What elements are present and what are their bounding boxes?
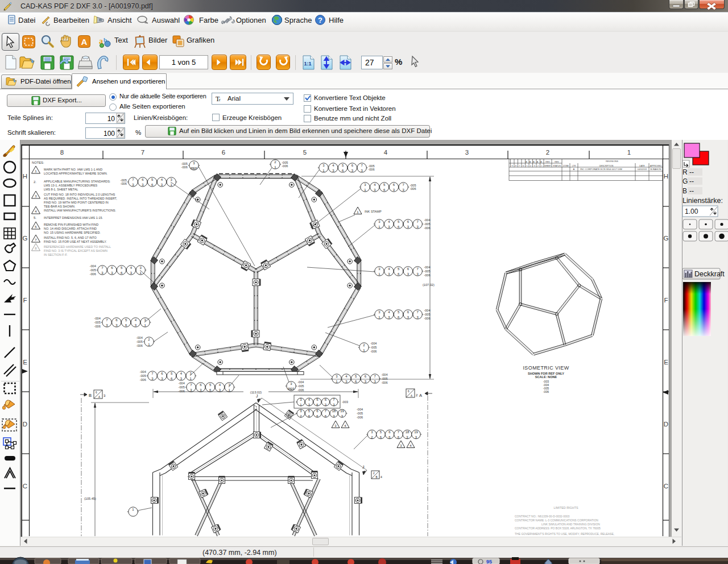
svg-text:R: R xyxy=(682,168,688,176)
svg-text:H: H xyxy=(23,173,27,180)
svg-text:-004: -004 xyxy=(90,264,96,268)
svg-text:4: 4 xyxy=(380,475,382,479)
svg-text:IN SECTION F-F.: IN SECTION F-F. xyxy=(44,253,68,256)
svg-text:95: 95 xyxy=(486,559,492,564)
svg-text:1.00: 1.00 xyxy=(685,208,698,215)
svg-text:-004: -004 xyxy=(424,218,430,222)
svg-text:-004: -004 xyxy=(94,317,101,320)
svg-text:-005: -005 xyxy=(297,384,304,388)
svg-text:DESCRIPTION: DESCRIPTION xyxy=(599,165,614,167)
svg-text:CONTRACT NO.: N61339-00-D-0032: CONTRACT NO.: N61339-00-D-0032-0003 xyxy=(515,515,570,518)
svg-text:B.RAHON: B.RAHON xyxy=(650,168,661,171)
svg-text:-005: -005 xyxy=(140,374,146,378)
svg-text:-005: -005 xyxy=(136,340,143,343)
svg-text:2: 2 xyxy=(546,149,549,156)
svg-text:19: 19 xyxy=(414,430,418,434)
svg-text:-006: -006 xyxy=(121,182,127,185)
svg-text:B: B xyxy=(89,393,92,398)
svg-text:REV: REV xyxy=(545,161,550,163)
svg-text:A: A xyxy=(419,393,422,398)
svg-text:A: A xyxy=(81,37,88,47)
svg-text:C: C xyxy=(664,483,668,490)
svg-text:7: 7 xyxy=(141,149,144,156)
svg-text:-006: -006 xyxy=(424,226,430,230)
svg-text:REV: REV xyxy=(555,161,559,163)
svg-text:-005: -005 xyxy=(424,222,430,226)
svg-text:B: B xyxy=(376,476,378,479)
svg-text:REF: REF xyxy=(288,387,295,391)
svg-text:-004: -004 xyxy=(424,309,430,312)
svg-text:CUT FIND NO. 18 INTO INDIVIDUA: CUT FIND NO. 18 INTO INDIVIDUAL 2.0 LENG… xyxy=(44,193,115,196)
svg-text:-006: -006 xyxy=(140,378,146,381)
svg-text:-004: -004 xyxy=(297,380,304,384)
svg-text:-006: -006 xyxy=(136,344,143,347)
svg-text:5: 5 xyxy=(303,149,307,156)
svg-text:-004: -004 xyxy=(179,381,185,385)
svg-text:-004: -004 xyxy=(140,370,146,374)
svg-text:1:1: 1:1 xyxy=(304,61,311,67)
svg-text:D: D xyxy=(664,421,668,428)
svg-text:18: 18 xyxy=(332,409,336,413)
svg-text:-006: -006 xyxy=(357,416,363,419)
svg-text:F: F xyxy=(664,297,668,304)
svg-text:FIND NO. 3 IS TYPICAL EXCEPT A: FIND NO. 3 IS TYPICAL EXCEPT AS SHOWN xyxy=(44,249,107,252)
svg-text:ISOMETRIC VIEW: ISOMETRIC VIEW xyxy=(523,365,569,371)
svg-text:Linienstärke:: Linienstärke: xyxy=(682,197,723,205)
svg-text:APPLICABLE MANUFACTURING STAND: APPLICABLE MANUFACTURING STANDARDS: xyxy=(44,180,110,183)
svg-text:19: 19 xyxy=(340,409,344,413)
svg-text:--: -- xyxy=(689,177,694,185)
svg-text:8: 8 xyxy=(515,165,516,167)
svg-text:-006: -006 xyxy=(181,165,188,169)
svg-text:MARK WITH PART NO. IAW LMS 1-1: MARK WITH PART NO. IAW LMS 1-1 AND xyxy=(44,168,102,171)
svg-text:FIND NO. 19 WITH MID POINT CEN: FIND NO. 19 WITH MID POINT CENTERED IN xyxy=(44,201,109,204)
svg-text:-006: -006 xyxy=(370,350,377,353)
svg-text:-006: -006 xyxy=(282,164,288,168)
svg-text:H: H xyxy=(664,173,668,180)
svg-text:E: E xyxy=(23,359,27,366)
svg-text:NO. 15 USING HARDWARE SPECIFIE: NO. 15 USING HARDWARE SPECIFIED. xyxy=(44,231,101,234)
svg-text:CONTRACTOR NAME: L-3 COMMUNICA: CONTRACTOR NAME: L-3 COMMUNICATIONS CORP… xyxy=(515,519,598,522)
svg-text:-006: -006 xyxy=(90,272,96,276)
svg-text:4: 4 xyxy=(384,149,388,156)
svg-text:-004: -004 xyxy=(136,336,143,339)
svg-text:6: 6 xyxy=(222,149,225,156)
svg-text:F: F xyxy=(23,297,27,304)
svg-text:C: C xyxy=(23,483,27,490)
svg-text:FIND NO. 15 FOR USE AT NEXT AS: FIND NO. 15 FOR USE AT NEXT ASSEMBLY. xyxy=(44,240,107,243)
svg-text:LMS 13-1, ASSEMBLY PROCEDURES: LMS 13-1, ASSEMBLY PROCEDURES xyxy=(44,184,98,187)
svg-text:2: 2 xyxy=(537,165,539,167)
svg-text:REFERENCED HARDWARE USED TO IN: REFERENCED HARDWARE USED TO INSTALL xyxy=(44,245,111,248)
svg-text:-005: -005 xyxy=(181,162,188,165)
svg-text:REF: REF xyxy=(191,167,197,170)
svg-text:DATE: DATE xyxy=(639,165,645,167)
svg-text:-005: -005 xyxy=(357,412,363,415)
svg-text:(105.45): (105.45) xyxy=(84,497,96,500)
svg-text:Deckkraft: Deckkraft xyxy=(694,270,725,278)
svg-text:INSTALL IAW MANUFACTURER'S INS: INSTALL IAW MANUFACTURER'S INSTRUCTIONS. xyxy=(44,209,116,212)
svg-text:-005: -005 xyxy=(424,269,430,273)
svg-text:G: G xyxy=(23,235,28,242)
svg-text:CONTRACTOR ADDRESS: PO BOX 532: CONTRACTOR ADDRESS: PO BOX 5328, ARLINGT… xyxy=(515,526,601,530)
svg-text:THE GOVERNMENT'S RIGHTS TO USE: THE GOVERNMENT'S RIGHTS TO USE, MODIFY, … xyxy=(515,532,614,536)
svg-text:9: 9 xyxy=(512,165,513,167)
svg-text:G: G xyxy=(682,177,688,185)
svg-text:?: ? xyxy=(318,16,322,24)
svg-text:-003: -003 xyxy=(342,400,348,404)
svg-text:-005: -005 xyxy=(368,164,374,168)
svg-text:G: G xyxy=(664,235,669,242)
svg-text:-005: -005 xyxy=(90,268,96,272)
svg-text:r: r xyxy=(219,97,221,102)
svg-text:5: 5 xyxy=(527,165,528,167)
svg-text:LTR: LTR xyxy=(572,165,576,167)
svg-text:NO. 14 AND DISCARD. ATTACH FIN: NO. 14 AND DISCARD. ATTACH FIND xyxy=(44,227,97,230)
svg-text:STATUS: STATUS xyxy=(553,165,561,167)
svg-text:-006: -006 xyxy=(297,388,304,392)
svg-text:--: -- xyxy=(689,168,694,176)
svg-text:--: -- xyxy=(689,187,694,195)
svg-text:J: J xyxy=(256,394,258,398)
svg-text:-005: -005 xyxy=(381,377,387,380)
svg-text:1: 1 xyxy=(541,165,543,167)
svg-text:REVISIONS: REVISIONS xyxy=(606,160,618,163)
svg-text:-004: -004 xyxy=(370,342,377,345)
svg-text:-006: -006 xyxy=(381,381,387,384)
